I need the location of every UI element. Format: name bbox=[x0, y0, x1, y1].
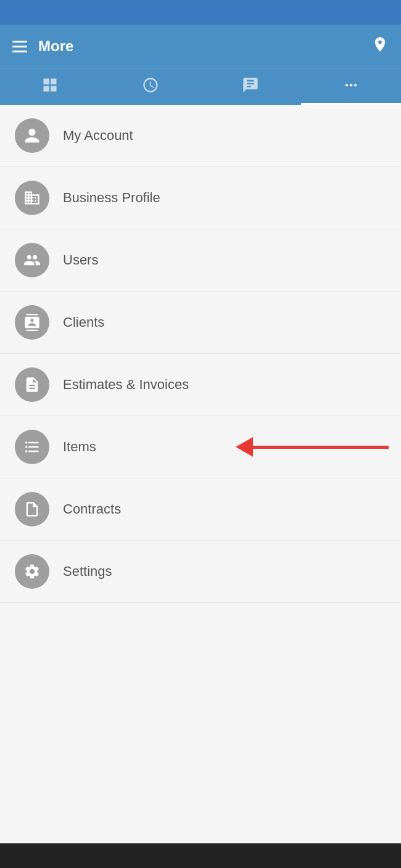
tab-messages[interactable] bbox=[200, 68, 301, 105]
messages-icon bbox=[242, 76, 259, 97]
users-icon-circle bbox=[15, 243, 49, 277]
tab-timer[interactable] bbox=[101, 68, 201, 105]
menu-item-estimates-invoices[interactable]: Estimates & Invoices bbox=[0, 354, 401, 416]
list-icon bbox=[23, 438, 41, 456]
menu-item-business-profile[interactable]: Business Profile bbox=[0, 167, 401, 229]
items-arrow-annotation bbox=[237, 437, 389, 457]
contracts-icon-circle bbox=[15, 492, 49, 526]
menu-item-settings[interactable]: Settings bbox=[0, 541, 401, 603]
menu-item-users[interactable]: Users bbox=[0, 229, 401, 292]
group-icon bbox=[23, 252, 41, 269]
clients-label: Clients bbox=[63, 314, 104, 330]
gear-icon bbox=[23, 563, 41, 580]
business-profile-label: Business Profile bbox=[63, 190, 160, 206]
users-label: Users bbox=[63, 252, 98, 268]
tab-bar bbox=[0, 68, 401, 105]
arrow-head bbox=[236, 437, 253, 457]
contact-icon bbox=[23, 314, 41, 331]
estimates-invoices-label: Estimates & Invoices bbox=[63, 377, 189, 393]
arrow-line bbox=[253, 446, 389, 449]
dashboard-icon bbox=[41, 76, 59, 97]
hamburger-menu-icon[interactable] bbox=[12, 41, 27, 52]
estimates-invoices-icon-circle bbox=[15, 367, 49, 402]
items-label: Items bbox=[63, 439, 96, 455]
menu-list: My Account Business Profile Users Client… bbox=[0, 105, 401, 843]
header: More bbox=[0, 25, 401, 68]
more-icon bbox=[342, 76, 360, 97]
invoice-icon bbox=[23, 376, 41, 393]
settings-label: Settings bbox=[63, 563, 112, 579]
clients-icon-circle bbox=[15, 305, 49, 340]
document-icon bbox=[23, 501, 41, 518]
my-account-label: My Account bbox=[63, 128, 133, 144]
tab-more[interactable] bbox=[301, 68, 402, 105]
business-profile-icon-circle bbox=[15, 181, 49, 215]
tab-dashboard[interactable] bbox=[0, 68, 101, 105]
header-left: More bbox=[12, 38, 73, 55]
menu-item-my-account[interactable]: My Account bbox=[0, 105, 401, 167]
contracts-label: Contracts bbox=[63, 501, 121, 517]
page-title: More bbox=[38, 38, 73, 55]
menu-item-clients[interactable]: Clients bbox=[0, 292, 401, 354]
menu-item-items[interactable]: Items bbox=[0, 416, 401, 478]
menu-item-contracts[interactable]: Contracts bbox=[0, 478, 401, 541]
settings-icon-circle bbox=[15, 554, 49, 589]
bottom-bar bbox=[0, 843, 401, 868]
items-icon-circle bbox=[15, 430, 49, 464]
my-account-icon-circle bbox=[15, 118, 49, 153]
person-icon bbox=[23, 127, 41, 144]
location-icon[interactable] bbox=[371, 36, 389, 57]
timer-icon bbox=[142, 76, 159, 97]
status-bar bbox=[0, 0, 401, 25]
business-icon bbox=[23, 189, 41, 207]
